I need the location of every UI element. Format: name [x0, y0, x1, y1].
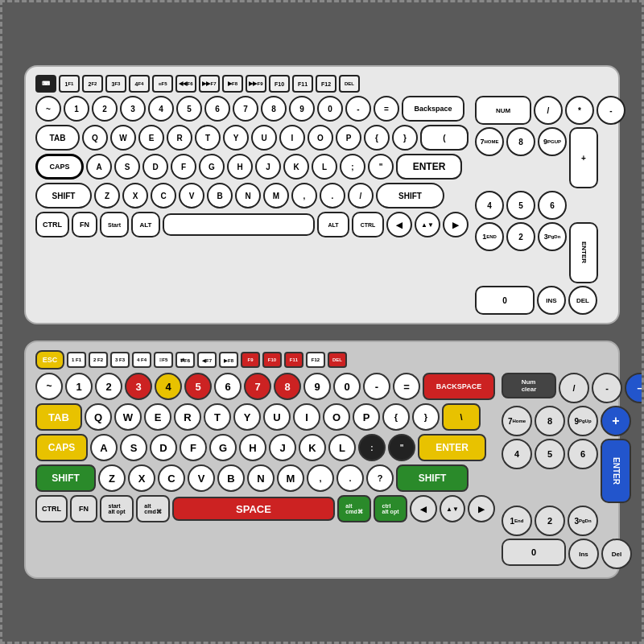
key-f11-b[interactable]: F11	[284, 352, 303, 368]
numpad-6[interactable]: 6	[538, 191, 567, 220]
key-enter-b[interactable]: ENTER	[418, 434, 486, 461]
numpad-3[interactable]: 3PgDn	[538, 222, 567, 251]
key-f3[interactable]: 3F3	[105, 75, 126, 93]
key-minus-b[interactable]: -	[363, 373, 390, 400]
key-f11[interactable]: F11	[292, 75, 313, 93]
key-f5-b[interactable]: ≡F5	[154, 352, 173, 368]
key-j[interactable]: J	[255, 154, 281, 180]
key-bn-b[interactable]: B	[217, 464, 245, 492]
numpad-plus-b[interactable]: +	[601, 406, 631, 436]
key-x[interactable]: X	[122, 183, 148, 208]
key-t[interactable]: T	[195, 125, 221, 151]
key-h-b[interactable]: H	[239, 434, 266, 461]
numpad-5-b[interactable]: 5	[535, 439, 565, 469]
key-f6[interactable]: ◀◀F6	[175, 75, 196, 93]
numpad-3-b[interactable]: 3PgDn	[568, 506, 598, 536]
key-f12[interactable]: F12	[316, 75, 336, 93]
key-c[interactable]: C	[151, 183, 176, 208]
key-del-b[interactable]: DEL	[328, 352, 347, 368]
numpad-7[interactable]: 7HOME	[475, 127, 504, 156]
key-semi-b[interactable]: :	[358, 434, 386, 461]
key-lbr-b[interactable]: {	[382, 403, 410, 431]
key-l[interactable]: L	[312, 154, 337, 180]
numpad-del[interactable]: DEL	[568, 286, 597, 315]
key-left-b[interactable]: ◀	[410, 495, 437, 522]
numpad-star[interactable]: *	[565, 96, 594, 125]
key-p[interactable]: P	[336, 125, 361, 151]
key-dot-b[interactable]: .	[336, 464, 364, 492]
key-5-b[interactable]: 5	[184, 373, 212, 400]
key-f8[interactable]: ▶F8	[222, 75, 243, 93]
key-7[interactable]: 7	[233, 96, 258, 122]
key-f12-b[interactable]: F12	[306, 352, 325, 368]
key-y-b[interactable]: Y	[233, 403, 261, 431]
key-w-b[interactable]: W	[114, 403, 142, 431]
key-0[interactable]: 0	[317, 96, 343, 122]
key-z[interactable]: Z	[94, 183, 120, 208]
key-3-b[interactable]: 3	[125, 373, 152, 400]
key-dot[interactable]: .	[320, 183, 345, 208]
key-esc[interactable]: ⌨	[35, 75, 56, 93]
key-semi[interactable]: ;	[340, 154, 365, 180]
key-f9[interactable]: ▶▶F9	[246, 75, 266, 93]
key-7-b[interactable]: 7	[244, 373, 271, 400]
key-f[interactable]: F	[171, 154, 196, 180]
key-backspace-b[interactable]: BACKSPACE	[423, 373, 495, 400]
key-bslash-b[interactable]: \	[442, 403, 481, 431]
key-f1-b[interactable]: 1 F1	[67, 352, 86, 368]
key-i-b[interactable]: I	[293, 403, 320, 431]
key-z-b[interactable]: Z	[98, 464, 126, 492]
key-q[interactable]: Q	[82, 125, 108, 151]
numpad-2-b[interactable]: 2	[535, 506, 565, 536]
key-alt-left[interactable]: ALT	[131, 212, 160, 237]
key-g-b[interactable]: G	[209, 434, 237, 461]
key-tilde[interactable]: ~	[35, 96, 61, 122]
numpad-4-b[interactable]: 4	[502, 439, 532, 469]
numpad-enter-b[interactable]: ENTER	[601, 439, 631, 503]
key-v[interactable]: V	[179, 183, 204, 208]
key-f4-b[interactable]: 4 F4	[132, 352, 151, 368]
key-tilde-b[interactable]: ~	[35, 373, 63, 400]
key-ctrl-r-b[interactable]: ctrlalt opt	[374, 495, 407, 522]
numpad-4[interactable]: 4	[475, 191, 504, 220]
key-u-b[interactable]: U	[263, 403, 291, 431]
key-k-b[interactable]: K	[299, 434, 326, 461]
key-9[interactable]: 9	[289, 96, 315, 122]
key-ctrl[interactable]: CTRL	[35, 212, 69, 237]
numpad-del-b[interactable]: Del	[601, 539, 632, 569]
key-f-b[interactable]: F	[180, 434, 207, 461]
key-8[interactable]: 8	[261, 96, 287, 122]
key-g[interactable]: G	[199, 154, 225, 180]
key-a[interactable]: A	[86, 154, 112, 180]
key-a-b[interactable]: A	[90, 434, 118, 461]
numpad-ins-b[interactable]: Ins	[568, 539, 599, 569]
key-backspace[interactable]: Backspace	[402, 96, 464, 122]
key-d[interactable]: D	[142, 154, 168, 180]
numpad-7-b[interactable]: 7Home	[502, 406, 532, 436]
key-left[interactable]: ◀	[386, 212, 412, 237]
numpad-6-b[interactable]: 6	[568, 439, 598, 469]
key-start[interactable]: Start	[100, 212, 129, 237]
key-right[interactable]: ▶	[443, 212, 469, 237]
key-f10[interactable]: F10	[269, 75, 290, 93]
key-s-b[interactable]: S	[120, 434, 147, 461]
key-f2[interactable]: 2F2	[82, 75, 103, 93]
key-r-b[interactable]: R	[174, 403, 201, 431]
key-equals[interactable]: =	[374, 96, 399, 122]
key-ctrl-b[interactable]: CTRL	[35, 495, 68, 522]
key-shift-left-b[interactable]: SHIFT	[35, 464, 96, 492]
key-f4[interactable]: 4F4	[129, 75, 150, 93]
numpad-0[interactable]: 0	[475, 286, 535, 315]
key-b[interactable]: B	[207, 183, 233, 208]
numpad-minus-b[interactable]: −	[625, 373, 644, 403]
numpad-1[interactable]: 1END	[475, 222, 504, 251]
key-q-b[interactable]: Q	[85, 403, 112, 431]
key-f7[interactable]: ▶▶F7	[199, 75, 220, 93]
key-shift-right-b[interactable]: SHIFT	[396, 464, 469, 492]
key-alt-right[interactable]: ALT	[317, 212, 349, 237]
numpad-slash-b[interactable]: /	[559, 373, 589, 403]
key-o[interactable]: O	[308, 125, 333, 151]
key-slash[interactable]: /	[348, 183, 374, 208]
key-rbrace[interactable]: }	[392, 125, 418, 151]
key-y[interactable]: Y	[223, 125, 249, 151]
